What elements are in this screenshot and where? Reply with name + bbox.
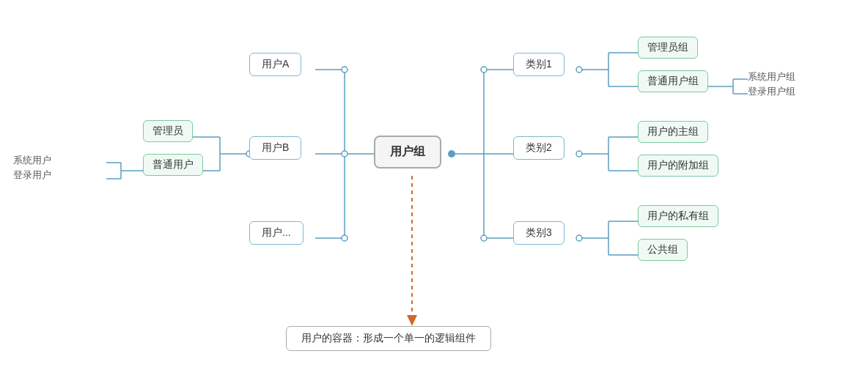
cat1-node: 类别1: [513, 53, 564, 76]
svg-point-31: [342, 67, 347, 73]
normal-user-node: 普通用户: [143, 154, 203, 176]
user-b-label: 用户B: [249, 136, 301, 160]
user-etc-label: 用户...: [249, 221, 304, 245]
addon-group-cat2-label: 用户的附加组: [638, 155, 718, 177]
svg-point-4: [481, 67, 487, 73]
cat3-label: 类别3: [513, 221, 564, 245]
svg-point-25: [576, 235, 582, 241]
user-a-node: 用户A: [249, 53, 301, 76]
bottom-note: 用户的容器：形成一个单一的逻辑组件: [286, 326, 491, 351]
admin-group-cat1-label: 管理员组: [638, 37, 698, 59]
svg-point-1: [448, 150, 455, 158]
cat3-node: 类别3: [513, 221, 564, 245]
main-group-cat2-label: 用户的主组: [638, 121, 708, 143]
sys-user-text: 系统用户: [13, 154, 51, 167]
normal-user-group-cat1: 普通用户组: [638, 70, 708, 92]
center-node: 用户组: [374, 136, 441, 169]
admin-group-label: 管理员: [143, 120, 193, 142]
user-etc-node: 用户...: [249, 221, 304, 245]
svg-point-7: [481, 235, 487, 241]
svg-point-33: [342, 151, 347, 157]
addon-group-cat2: 用户的附加组: [638, 155, 718, 177]
sys-user-group-text: 系统用户组: [748, 70, 795, 84]
svg-marker-47: [407, 315, 417, 326]
cat1-label: 类别1: [513, 53, 564, 76]
center-node-label: 用户组: [374, 136, 441, 169]
private-group-cat3: 用户的私有组: [638, 205, 718, 227]
diagram-container: 用户组 用户A 用户B 用户... 管理员 普通用户 系统用户 登录用户 类别1…: [0, 0, 868, 381]
public-group-cat3: 公共组: [638, 239, 688, 261]
svg-point-10: [576, 67, 582, 73]
user-b-node: 用户B: [249, 136, 301, 160]
cat2-label: 类别2: [513, 136, 564, 160]
login-user-text: 登录用户: [13, 169, 51, 182]
cat2-node: 类别2: [513, 136, 564, 160]
login-user-group-text: 登录用户组: [748, 85, 795, 98]
normal-user-group-cat1-label: 普通用户组: [638, 70, 708, 92]
bottom-note-label: 用户的容器：形成一个单一的逻辑组件: [286, 326, 491, 351]
svg-point-20: [576, 151, 582, 157]
public-group-cat3-label: 公共组: [638, 239, 688, 261]
user-a-label: 用户A: [249, 53, 301, 76]
svg-point-35: [342, 235, 347, 241]
private-group-cat3-label: 用户的私有组: [638, 205, 718, 227]
normal-user-label: 普通用户: [143, 154, 203, 176]
admin-group-node: 管理员: [143, 120, 193, 142]
admin-group-cat1: 管理员组: [638, 37, 698, 59]
main-group-cat2: 用户的主组: [638, 121, 708, 143]
